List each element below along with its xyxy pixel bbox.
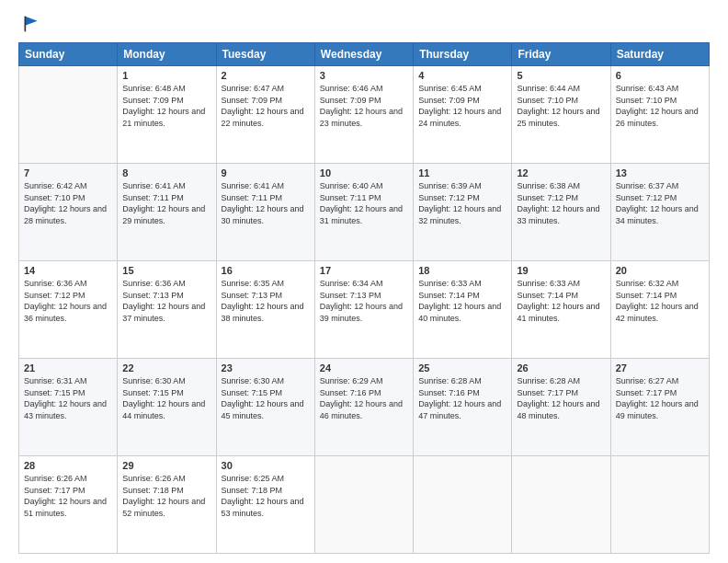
svg-marker-0: [25, 17, 37, 26]
calendar-cell: 27Sunrise: 6:27 AM Sunset: 7:17 PM Dayli…: [610, 359, 709, 456]
calendar-cell: 2Sunrise: 6:47 AM Sunset: 7:09 PM Daylig…: [216, 66, 314, 164]
calendar-cell: 30Sunrise: 6:25 AM Sunset: 7:18 PM Dayli…: [216, 456, 314, 554]
day-info: Sunrise: 6:27 AM Sunset: 7:17 PM Dayligh…: [616, 375, 704, 421]
day-info: Sunrise: 6:31 AM Sunset: 7:15 PM Dayligh…: [24, 375, 112, 421]
week-row-2: 7Sunrise: 6:42 AM Sunset: 7:10 PM Daylig…: [19, 164, 710, 261]
logo-area: [18, 15, 42, 33]
day-number: 6: [616, 70, 704, 81]
calendar-cell: [414, 456, 512, 554]
day-number: 22: [122, 362, 210, 373]
week-row-1: 1Sunrise: 6:48 AM Sunset: 7:09 PM Daylig…: [19, 66, 710, 164]
day-info: Sunrise: 6:26 AM Sunset: 7:17 PM Dayligh…: [24, 473, 112, 519]
calendar-cell: 4Sunrise: 6:45 AM Sunset: 7:09 PM Daylig…: [414, 66, 512, 164]
calendar-cell: 16Sunrise: 6:35 AM Sunset: 7:13 PM Dayli…: [216, 261, 314, 359]
calendar-cell: 23Sunrise: 6:30 AM Sunset: 7:15 PM Dayli…: [216, 359, 314, 456]
page: SundayMondayTuesdayWednesdayThursdayFrid…: [0, 0, 728, 563]
calendar-cell: [19, 66, 118, 164]
day-info: Sunrise: 6:47 AM Sunset: 7:09 PM Dayligh…: [222, 83, 310, 129]
calendar-cell: 1Sunrise: 6:48 AM Sunset: 7:09 PM Daylig…: [118, 66, 216, 164]
day-info: Sunrise: 6:44 AM Sunset: 7:10 PM Dayligh…: [517, 83, 605, 129]
day-info: Sunrise: 6:33 AM Sunset: 7:14 PM Dayligh…: [418, 278, 506, 324]
calendar-cell: 22Sunrise: 6:30 AM Sunset: 7:15 PM Dayli…: [118, 359, 216, 456]
calendar-cell: 14Sunrise: 6:36 AM Sunset: 7:12 PM Dayli…: [19, 261, 118, 359]
day-number: 11: [418, 167, 506, 178]
day-info: Sunrise: 6:26 AM Sunset: 7:18 PM Dayligh…: [122, 473, 210, 519]
calendar-cell: 26Sunrise: 6:28 AM Sunset: 7:17 PM Dayli…: [512, 359, 610, 456]
calendar-cell: 17Sunrise: 6:34 AM Sunset: 7:13 PM Dayli…: [314, 261, 413, 359]
calendar-cell: [512, 456, 610, 554]
day-header-sunday: Sunday: [19, 43, 118, 66]
calendar-cell: 11Sunrise: 6:39 AM Sunset: 7:12 PM Dayli…: [414, 164, 512, 261]
svg-rect-1: [25, 17, 27, 32]
header: [18, 15, 710, 33]
calendar-cell: 3Sunrise: 6:46 AM Sunset: 7:09 PM Daylig…: [314, 66, 413, 164]
day-info: Sunrise: 6:30 AM Sunset: 7:15 PM Dayligh…: [222, 375, 310, 421]
day-info: Sunrise: 6:30 AM Sunset: 7:15 PM Dayligh…: [122, 375, 210, 421]
day-info: Sunrise: 6:32 AM Sunset: 7:14 PM Dayligh…: [616, 278, 704, 324]
calendar-cell: 24Sunrise: 6:29 AM Sunset: 7:16 PM Dayli…: [314, 359, 413, 456]
day-number: 29: [122, 460, 210, 471]
calendar-cell: 10Sunrise: 6:40 AM Sunset: 7:11 PM Dayli…: [314, 164, 413, 261]
day-info: Sunrise: 6:41 AM Sunset: 7:11 PM Dayligh…: [122, 180, 210, 226]
day-number: 8: [122, 167, 210, 178]
calendar-cell: 13Sunrise: 6:37 AM Sunset: 7:12 PM Dayli…: [610, 164, 709, 261]
day-info: Sunrise: 6:34 AM Sunset: 7:13 PM Dayligh…: [320, 278, 408, 324]
day-info: Sunrise: 6:39 AM Sunset: 7:12 PM Dayligh…: [418, 180, 506, 226]
days-of-week-row: SundayMondayTuesdayWednesdayThursdayFrid…: [19, 43, 710, 66]
calendar-cell: [610, 456, 709, 554]
calendar-cell: 9Sunrise: 6:41 AM Sunset: 7:11 PM Daylig…: [216, 164, 314, 261]
calendar-cell: 29Sunrise: 6:26 AM Sunset: 7:18 PM Dayli…: [118, 456, 216, 554]
week-row-4: 21Sunrise: 6:31 AM Sunset: 7:15 PM Dayli…: [19, 359, 710, 456]
week-row-3: 14Sunrise: 6:36 AM Sunset: 7:12 PM Dayli…: [19, 261, 710, 359]
day-number: 4: [418, 70, 506, 81]
day-number: 15: [122, 265, 210, 276]
day-header-thursday: Thursday: [414, 43, 512, 66]
day-number: 12: [517, 167, 605, 178]
day-header-saturday: Saturday: [610, 43, 709, 66]
calendar-cell: 12Sunrise: 6:38 AM Sunset: 7:12 PM Dayli…: [512, 164, 610, 261]
week-row-5: 28Sunrise: 6:26 AM Sunset: 7:17 PM Dayli…: [19, 456, 710, 554]
day-number: 10: [320, 167, 408, 178]
day-header-wednesday: Wednesday: [314, 43, 413, 66]
calendar-cell: 28Sunrise: 6:26 AM Sunset: 7:17 PM Dayli…: [19, 456, 118, 554]
day-number: 18: [418, 265, 506, 276]
day-info: Sunrise: 6:36 AM Sunset: 7:12 PM Dayligh…: [24, 278, 112, 324]
day-number: 1: [122, 70, 210, 81]
calendar-header: SundayMondayTuesdayWednesdayThursdayFrid…: [19, 43, 710, 66]
calendar-cell: [314, 456, 413, 554]
day-number: 24: [320, 362, 408, 373]
day-header-tuesday: Tuesday: [216, 43, 314, 66]
day-info: Sunrise: 6:43 AM Sunset: 7:10 PM Dayligh…: [616, 83, 704, 129]
calendar-table: SundayMondayTuesdayWednesdayThursdayFrid…: [18, 42, 710, 554]
calendar-cell: 18Sunrise: 6:33 AM Sunset: 7:14 PM Dayli…: [414, 261, 512, 359]
day-number: 13: [616, 167, 704, 178]
day-number: 14: [24, 265, 112, 276]
calendar-cell: 5Sunrise: 6:44 AM Sunset: 7:10 PM Daylig…: [512, 66, 610, 164]
day-info: Sunrise: 6:33 AM Sunset: 7:14 PM Dayligh…: [517, 278, 605, 324]
day-number: 2: [222, 70, 310, 81]
calendar-cell: 8Sunrise: 6:41 AM Sunset: 7:11 PM Daylig…: [118, 164, 216, 261]
day-number: 26: [517, 362, 605, 373]
day-number: 20: [616, 265, 704, 276]
day-number: 23: [222, 362, 310, 373]
day-number: 25: [418, 362, 506, 373]
day-number: 19: [517, 265, 605, 276]
day-info: Sunrise: 6:48 AM Sunset: 7:09 PM Dayligh…: [122, 83, 210, 129]
day-info: Sunrise: 6:46 AM Sunset: 7:09 PM Dayligh…: [320, 83, 408, 129]
day-number: 16: [222, 265, 310, 276]
calendar-cell: 6Sunrise: 6:43 AM Sunset: 7:10 PM Daylig…: [610, 66, 709, 164]
calendar-cell: 19Sunrise: 6:33 AM Sunset: 7:14 PM Dayli…: [512, 261, 610, 359]
day-info: Sunrise: 6:37 AM Sunset: 7:12 PM Dayligh…: [616, 180, 704, 226]
day-header-monday: Monday: [118, 43, 216, 66]
day-number: 7: [24, 167, 112, 178]
day-number: 27: [616, 362, 704, 373]
calendar-cell: 21Sunrise: 6:31 AM Sunset: 7:15 PM Dayli…: [19, 359, 118, 456]
day-number: 9: [222, 167, 310, 178]
day-number: 3: [320, 70, 408, 81]
day-info: Sunrise: 6:35 AM Sunset: 7:13 PM Dayligh…: [222, 278, 310, 324]
day-number: 17: [320, 265, 408, 276]
calendar-cell: 15Sunrise: 6:36 AM Sunset: 7:13 PM Dayli…: [118, 261, 216, 359]
day-info: Sunrise: 6:29 AM Sunset: 7:16 PM Dayligh…: [320, 375, 408, 421]
day-number: 28: [24, 460, 112, 471]
calendar-cell: 20Sunrise: 6:32 AM Sunset: 7:14 PM Dayli…: [610, 261, 709, 359]
